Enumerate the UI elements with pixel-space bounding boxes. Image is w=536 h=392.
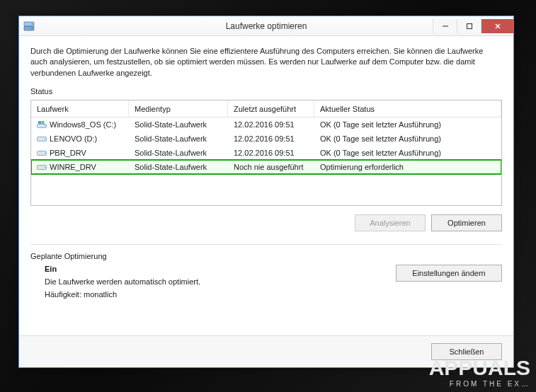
column-header-last[interactable]: Zuletzt ausgeführt	[228, 100, 314, 117]
cell-status: OK (0 Tage seit letzter Ausführung)	[314, 134, 501, 143]
drive-name: PBR_DRV	[50, 149, 86, 157]
minimize-button[interactable]	[433, 19, 457, 33]
close-button[interactable]	[481, 19, 513, 33]
svg-point-11	[45, 125, 45, 126]
listview-header: Laufwerk Medientyp Zuletzt ausgeführt Ak…	[31, 100, 501, 117]
window-controls	[433, 19, 513, 33]
scheduled-state: Ein	[45, 265, 382, 273]
scheduled-block: Ein Die Laufwerke werden automatisch opt…	[30, 265, 502, 303]
description-text: Durch die Optimierung der Laufwerke könn…	[30, 46, 502, 79]
cell-status: Optimierung erforderlich	[314, 163, 501, 171]
column-header-status[interactable]: Aktueller Status	[314, 100, 501, 117]
scheduled-heading: Geplante Optimierung	[30, 252, 502, 260]
close-dialog-button[interactable]: Schließen	[431, 343, 502, 360]
optimize-drives-window: Laufwerke optimieren Durch die Optimieru…	[18, 16, 514, 368]
column-header-media[interactable]: Medientyp	[129, 100, 228, 117]
action-buttons-row: Analysieren Optimieren	[30, 214, 502, 231]
cell-media: Solid-State-Laufwerk	[129, 120, 228, 129]
status-label: Status	[30, 87, 502, 96]
app-icon	[23, 21, 35, 32]
svg-rect-10	[42, 121, 45, 124]
cell-drive: LENOVO (D:)	[31, 134, 129, 143]
cell-last-run: Noch nie ausgeführt	[228, 163, 314, 171]
table-row[interactable]: LENOVO (D:)Solid-State-Laufwerk12.02.201…	[31, 132, 501, 146]
drive-icon	[37, 163, 47, 171]
window-content: Durch die Optimierung der Laufwerke könn…	[19, 36, 513, 335]
column-header-drive[interactable]: Laufwerk	[31, 100, 129, 117]
window-footer: Schließen	[19, 335, 513, 367]
cell-last-run: 12.02.2016 09:51	[228, 120, 314, 129]
cell-media: Solid-State-Laufwerk	[129, 134, 228, 143]
cell-media: Solid-State-Laufwerk	[129, 149, 228, 157]
svg-point-2	[32, 23, 33, 25]
cell-drive: PBR_DRV	[31, 149, 129, 157]
drive-name: Windows8_OS (C:)	[50, 120, 116, 129]
cell-status: OK (0 Tage seit letzter Ausführung)	[314, 149, 501, 157]
separator	[30, 244, 502, 245]
cell-drive: Windows8_OS (C:)	[31, 120, 129, 129]
svg-rect-9	[38, 121, 41, 124]
svg-rect-5	[467, 23, 472, 28]
optimize-button[interactable]: Optimieren	[431, 214, 502, 231]
titlebar[interactable]: Laufwerke optimieren	[19, 16, 513, 36]
svg-point-3	[32, 28, 33, 29]
drives-listview[interactable]: Laufwerk Medientyp Zuletzt ausgeführt Ak…	[30, 100, 502, 206]
analyze-button[interactable]: Analysieren	[355, 214, 426, 231]
cell-last-run: 12.02.2016 09:51	[228, 149, 314, 157]
table-row[interactable]: WINRE_DRVSolid-State-LaufwerkNoch nie au…	[31, 160, 501, 174]
scheduled-frequency: Häufigkeit: monatlich	[45, 290, 382, 299]
cell-status: OK (0 Tage seit letzter Ausführung)	[314, 120, 501, 129]
cell-last-run: 12.02.2016 09:51	[228, 134, 314, 143]
maximize-button[interactable]	[457, 19, 481, 33]
scheduled-description: Die Laufwerke werden automatisch optimie…	[45, 277, 382, 286]
cell-drive: WINRE_DRV	[31, 163, 129, 171]
table-row[interactable]: Windows8_OS (C:)Solid-State-Laufwerk12.0…	[31, 117, 501, 132]
svg-point-13	[45, 139, 45, 139]
drive-icon	[37, 120, 47, 129]
drive-icon	[37, 149, 47, 157]
svg-point-17	[45, 167, 45, 168]
svg-point-15	[45, 153, 45, 154]
drive-name: LENOVO (D:)	[50, 134, 97, 143]
drive-name: WINRE_DRV	[50, 163, 96, 171]
table-row[interactable]: PBR_DRVSolid-State-Laufwerk12.02.2016 09…	[31, 146, 501, 160]
drive-icon	[37, 134, 47, 143]
cell-media: Solid-State-Laufwerk	[129, 163, 228, 171]
change-settings-button[interactable]: Einstellungen ändern	[396, 265, 502, 282]
